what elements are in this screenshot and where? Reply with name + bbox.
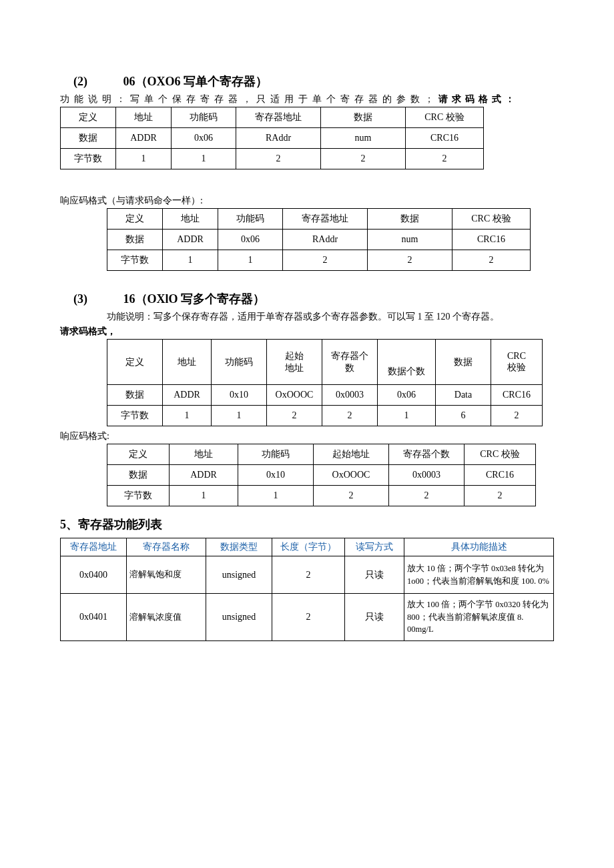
section-2-desc-prefix: 功能说明：写单个保存寄存器，只适用于单个寄存器的参数； (60, 94, 438, 104)
section-2-response-table: 定义 地址 功能码 寄存器地址 数据 CRC 校验 数据 ADDR 0x06 R… (107, 208, 531, 271)
table-row: 定义 地址 功能码 寄存器地址 数据 CRC 校验 (107, 209, 531, 230)
section-2-title: 06（OXO6 写单个寄存器） (123, 75, 268, 88)
table-row: 字节数 1 1 2 2 1 6 2 (107, 406, 543, 426)
section-3-response-label: 响应码格式: (60, 430, 554, 442)
section-2-response-label: 响应码格式（与请求码命令一样）: (60, 195, 554, 207)
table-row: 数据 ADDR 0x10 OxOOOC 0x0003 0x06 Data CRC… (107, 385, 543, 406)
section-3-desc: 功能说明：写多个保存寄存器，适用于单寄存器或多个寄存器参数。可以写 1 至 12… (107, 311, 554, 323)
table-row: 0x0401 溶解氧浓度值 unsigned 2 只读 放大 100 倍；两个字… (61, 594, 554, 641)
table-row: 数据 ADDR 0x06 RAddr num CRC16 (107, 230, 531, 250)
section-2-heading: (2) 06（OXO6 写单个寄存器） (73, 73, 554, 89)
table-row: 字节数 1 1 2 2 2 (107, 250, 531, 271)
table-row: 寄存器地址 寄存器名称 数据类型 长度（字节） 读写方式 具体功能描述 (61, 538, 554, 556)
table-row: 数据 ADDR 0x06 RAddr num CRC16 (61, 128, 484, 149)
section-3-num: (3) (73, 292, 120, 306)
section-5-heading: 5、寄存器功能列表 (60, 516, 554, 532)
section-3-title: 16（OXlO 写多个寄存器） (123, 292, 266, 306)
table-row: 定义 地址 功能码 起始地址 寄存器个数 数据个数 数据 CRC校验 (107, 340, 543, 385)
table-row: 定义 地址 功能码 起始地址 寄存器个数 CRC 校验 (107, 444, 536, 465)
section-2-desc: 功能说明：写单个保存寄存器，只适用于单个寄存器的参数；请求码格式： (60, 93, 554, 105)
section-2-num: (2) (73, 75, 120, 89)
section-3-request-label: 请求码格式， (60, 326, 554, 338)
section-3-request-table: 定义 地址 功能码 起始地址 寄存器个数 数据个数 数据 CRC校验 数据 AD… (107, 339, 543, 426)
section-2-request-table: 定义 地址 功能码 寄存器地址 数据 CRC 校验 数据 ADDR 0x06 R… (60, 107, 484, 169)
section-3-response-table: 定义 地址 功能码 起始地址 寄存器个数 CRC 校验 数据 ADDR 0x10… (107, 444, 536, 506)
table-row: 字节数 1 1 2 2 2 (61, 149, 484, 169)
table-row: 数据 ADDR 0x10 OxOOOC 0x0003 CRC16 (107, 465, 536, 486)
table-row: 字节数 1 1 2 2 2 (107, 486, 536, 506)
table-row: 0x0400 溶解氧饱和度 unsigned 2 只读 放大 10 倍；两个字节… (61, 556, 554, 594)
section-3-heading: (3) 16（OXlO 写多个寄存器） (73, 291, 554, 307)
register-table: 寄存器地址 寄存器名称 数据类型 长度（字节） 读写方式 具体功能描述 0x04… (60, 538, 554, 641)
table-row: 定义 地址 功能码 寄存器地址 数据 CRC 校验 (61, 107, 484, 128)
section-2-desc-suffix: 请求码格式： (438, 94, 519, 104)
